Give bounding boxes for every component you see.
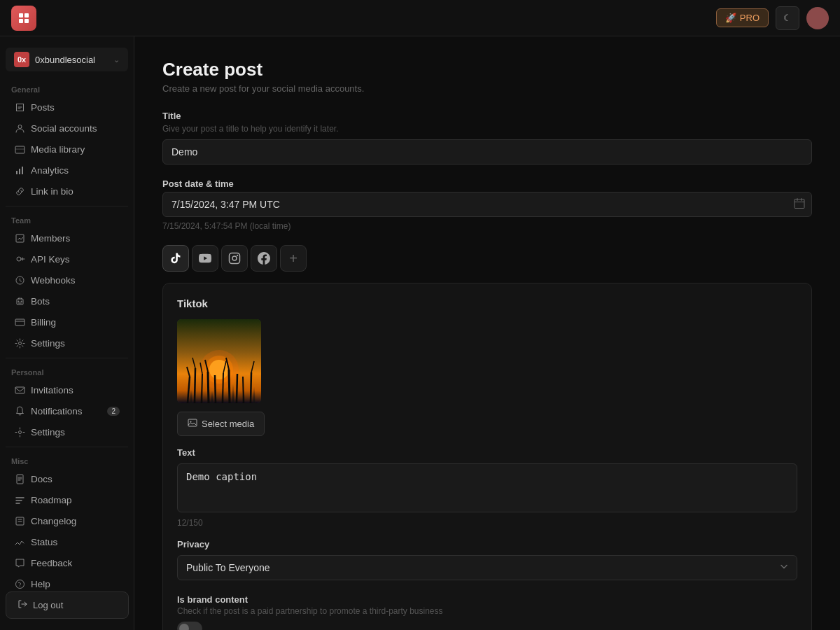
platform-tab-facebook[interactable] (251, 245, 277, 272)
privacy-wrap: Public To Everyone Friends Private (177, 555, 797, 580)
status-icon (14, 536, 25, 547)
svg-point-48 (190, 421, 192, 423)
roadmap-icon (14, 494, 25, 505)
theme-toggle-button[interactable]: ☾ (776, 6, 799, 30)
brand-content-row: Is brand content Check if the post is a … (177, 594, 797, 630)
sidebar-item-feedback[interactable]: Feedback (3, 552, 131, 573)
changelog-icon (14, 515, 25, 526)
svg-line-34 (202, 374, 202, 403)
select-media-button[interactable]: Select media (177, 412, 265, 436)
sidebar-item-link-in-bio[interactable]: Link in bio (3, 181, 131, 202)
text-label: Text (177, 447, 797, 458)
title-hint: Give your post a title to help you ident… (162, 124, 812, 134)
svg-rect-22 (794, 200, 804, 209)
platform-tabs: + (162, 245, 812, 272)
notifications-icon (14, 405, 25, 416)
sidebar-item-members[interactable]: Members (3, 227, 131, 248)
social-accounts-icon (14, 122, 25, 134)
logout-button[interactable]: Log out (6, 592, 129, 619)
workspace-selector[interactable]: 0x 0xbundlesocial ⌄ (6, 48, 128, 71)
sidebar-label-bots: Bots (31, 296, 50, 307)
svg-rect-47 (188, 419, 197, 426)
page-subtitle: Create a new post for your social media … (162, 83, 812, 94)
svg-point-13 (20, 300, 22, 302)
svg-point-10 (17, 257, 21, 261)
pro-button[interactable]: 🚀 PRO (716, 8, 769, 27)
privacy-select[interactable]: Public To Everyone Friends Private (177, 555, 797, 580)
logout-label: Log out (33, 600, 63, 610)
svg-point-25 (237, 255, 238, 256)
platform-tab-tiktok[interactable] (162, 245, 189, 272)
sidebar-item-billing[interactable]: Billing (3, 312, 131, 332)
bots-icon (14, 295, 25, 307)
sidebar-item-roadmap[interactable]: Roadmap (3, 489, 131, 510)
brand-content-toggle[interactable] (177, 622, 202, 630)
svg-rect-3 (24, 19, 29, 23)
sidebar: 0x 0xbundlesocial ⌄ General Posts Social… (0, 36, 134, 630)
webhooks-icon (14, 274, 25, 286)
svg-point-17 (18, 430, 21, 433)
svg-line-30 (188, 377, 190, 403)
sidebar-label-invitations: Invitations (31, 385, 74, 396)
sidebar-item-social-accounts[interactable]: Social accounts (3, 118, 131, 139)
sidebar-label-docs: Docs (31, 474, 52, 484)
svg-point-24 (232, 256, 237, 260)
sidebar-item-media-library[interactable]: Media library (3, 139, 131, 160)
date-field-group: Post date & time 7/15/2024, 5:47:54 PM (… (162, 178, 812, 231)
sidebar-label-help: Help (31, 579, 50, 589)
platform-tab-youtube[interactable] (192, 245, 218, 272)
sidebar-label-webhooks: Webhooks (31, 275, 76, 286)
svg-point-12 (18, 300, 19, 302)
svg-point-4 (18, 125, 22, 128)
sidebar-item-notifications[interactable]: Notifications 2 (3, 400, 131, 421)
calendar-icon[interactable] (794, 198, 805, 211)
title-input[interactable] (162, 139, 812, 164)
sidebar-label-roadmap: Roadmap (31, 495, 72, 505)
section-label-misc: Misc (0, 451, 134, 468)
date-input-wrap (162, 192, 812, 217)
svg-line-39 (223, 373, 223, 403)
privacy-label: Privacy (177, 539, 797, 550)
user-avatar[interactable] (806, 7, 829, 29)
sidebar-item-settings-team[interactable]: Settings (3, 332, 131, 354)
sidebar-item-status[interactable]: Status (3, 531, 131, 552)
sidebar-item-invitations[interactable]: Invitations (3, 379, 131, 400)
chevron-down-icon: ⌄ (113, 55, 120, 64)
workspace-name: 0xbundlesocial (35, 55, 108, 65)
date-input[interactable] (162, 192, 812, 217)
billing-icon (14, 316, 25, 328)
settings-personal-icon (14, 426, 25, 438)
sidebar-label-changelog: Changelog (31, 516, 76, 526)
local-time: 7/15/2024, 5:47:54 PM (local time) (162, 221, 812, 231)
link-icon (14, 186, 25, 197)
section-label-personal: Personal (0, 363, 134, 379)
logout-icon (18, 599, 27, 611)
sidebar-item-settings-personal[interactable]: Settings (3, 421, 131, 442)
sidebar-label-analytics: Analytics (31, 165, 69, 176)
sidebar-item-analytics[interactable]: Analytics (3, 160, 131, 181)
svg-rect-2 (19, 19, 23, 23)
sidebar-label-social-accounts: Social accounts (31, 123, 97, 134)
docs-icon (14, 473, 25, 484)
sidebar-label-api-keys: API Keys (31, 254, 70, 265)
brand-content-title: Is brand content (177, 594, 797, 605)
page-title: Create post (162, 59, 812, 80)
media-library-icon (14, 144, 25, 155)
topbar: 🚀 PRO ☾ (0, 0, 840, 36)
feedback-icon (14, 557, 25, 568)
text-textarea[interactable] (177, 463, 797, 512)
platform-tab-instagram[interactable] (221, 245, 248, 272)
sidebar-item-bots[interactable]: Bots (3, 290, 131, 312)
pro-label: PRO (740, 13, 760, 23)
sidebar-item-posts[interactable]: Posts (3, 97, 131, 118)
svg-rect-8 (22, 167, 23, 174)
add-platform-button[interactable]: + (280, 245, 307, 272)
sidebar-item-changelog[interactable]: Changelog (3, 510, 131, 531)
sidebar-item-docs[interactable]: Docs (3, 468, 131, 489)
svg-rect-0 (19, 13, 23, 18)
sidebar-item-webhooks[interactable]: Webhooks (3, 270, 131, 290)
analytics-icon (14, 164, 25, 176)
sidebar-item-api-keys[interactable]: API Keys (3, 248, 131, 270)
tiktok-card: Tiktok (162, 283, 812, 630)
section-label-general: General (0, 80, 134, 97)
